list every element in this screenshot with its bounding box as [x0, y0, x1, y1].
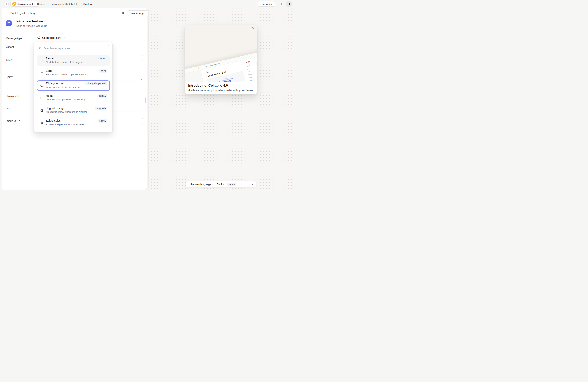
- git-branch-icon: [12, 2, 16, 6]
- toggle-left-panel-button[interactable]: [279, 1, 284, 6]
- variant-label: Variant: [6, 45, 14, 48]
- chevron-left-icon: [5, 3, 8, 5]
- collab-app-screenshot: ⚡ Favorites › Launch week H1 2025 Share …: [185, 47, 257, 82]
- preview-language-bar: Preview language English Default: [186, 181, 256, 188]
- panel-right-icon: [288, 2, 291, 5]
- preview-language-label: Preview language: [190, 183, 211, 186]
- guide-title: Intro new feature: [16, 20, 43, 23]
- item-title: Banner: [46, 57, 54, 60]
- toggle-right-panel-button[interactable]: [286, 1, 292, 7]
- item-description: An upgrade flow when use is blocked: [46, 110, 87, 113]
- dropdown-item-banner[interactable]: Banner Alert that sits on top of all pag…: [37, 55, 110, 66]
- item-title: Card: [46, 69, 52, 72]
- preview-card-subtitle: A whole new way to collaborate with your…: [188, 89, 253, 92]
- item-key-badge: changelog-card: [85, 82, 107, 85]
- item-key-badge: sales: [98, 119, 107, 123]
- message-type-value: Changelog card: [42, 36, 62, 39]
- item-key-badge: card: [99, 69, 107, 73]
- back-to-guide-settings-label: Back to guide settings: [10, 12, 36, 15]
- guide-subtitle: Send to Knock in-app guide: [16, 24, 47, 27]
- message-type-dropdown: Banner Alert that sits on top of all pag…: [34, 42, 113, 133]
- dropdown-item-changelog-card[interactable]: Changelog card Announcements in our side…: [37, 80, 110, 91]
- breadcrumb-guide-name[interactable]: Introducing Collab 4.0: [52, 2, 77, 5]
- top-bar: Development Guides Introducing Collab 4.…: [0, 0, 294, 8]
- language-value: English: [217, 183, 225, 186]
- environment-name: Development: [18, 2, 33, 5]
- dropdown-item-card[interactable]: Card Embedded UI within a page's layout …: [37, 68, 110, 78]
- arrow-left-icon: [5, 12, 8, 15]
- flag-icon: [40, 59, 43, 63]
- chevron-right-icon: [79, 3, 81, 5]
- message-type-label: Message type: [6, 37, 22, 40]
- guide-avatar: C: [6, 21, 12, 26]
- megaphone-icon: [37, 36, 41, 39]
- dismissible-label: Dismissible: [6, 95, 19, 97]
- close-icon: [252, 27, 254, 30]
- card-icon: [40, 72, 43, 75]
- search-input[interactable]: [43, 47, 107, 50]
- sales-queue-icon: [40, 121, 43, 125]
- chevron-right-icon: [47, 3, 49, 5]
- item-key-badge: upgrade: [95, 106, 107, 110]
- breadcrumb-content[interactable]: Content: [83, 2, 92, 5]
- preview-card: ⚡ Favorites › Launch week H1 2025 Share …: [185, 25, 257, 94]
- preview-close-button[interactable]: [251, 26, 256, 31]
- search-icon: [196, 68, 197, 69]
- item-description: Embedded UI within a page's layout: [46, 73, 86, 76]
- run-a-test-button[interactable]: Run a test: [258, 1, 275, 7]
- item-description: Alert that sits on top of all pages: [46, 61, 82, 64]
- environment-switcher[interactable]: Development: [10, 1, 39, 7]
- item-title: Talk to sales: [46, 119, 61, 122]
- preview-card-title: Introducing: Collab.io 4.0: [188, 84, 228, 87]
- body-field-label: Body*: [6, 75, 13, 78]
- upgrade-icon: [40, 109, 43, 112]
- title-field-label: Title*: [6, 59, 12, 62]
- preview-card-image: ⚡ Favorites › Launch week H1 2025 Share …: [185, 25, 257, 82]
- panel-left-icon: [280, 2, 283, 5]
- upload-icon: [225, 77, 227, 79]
- image-url-field-label: Image URL*: [6, 119, 20, 122]
- link-field-label: Link: [6, 107, 11, 110]
- dropdown-item-talk-to-sales[interactable]: Talk to sales A prompt to get in touch w…: [37, 118, 110, 128]
- item-title: Upgrade nudge: [46, 106, 64, 110]
- history-back-button[interactable]: [4, 2, 9, 6]
- modal-icon: [40, 96, 43, 100]
- breadcrumb-guides[interactable]: Guides: [37, 2, 45, 5]
- docs-button[interactable]: [120, 10, 126, 16]
- preview-panel: ⚡ Favorites › Launch week H1 2025 Share …: [148, 8, 293, 190]
- item-description: A prompt to get in touch with sales: [46, 123, 84, 126]
- breadcrumb: Guides Introducing Collab 4.0 Content: [37, 0, 92, 8]
- chevron-down-icon: [35, 3, 37, 5]
- item-title: Modal: [46, 94, 53, 97]
- chevron-down-icon: [251, 183, 253, 186]
- message-type-select[interactable]: Changelog card: [37, 36, 65, 39]
- book-open-icon: [121, 11, 124, 15]
- mini-status-badge: ✎ Draft: [256, 62, 257, 65]
- item-description: Announcements in our sidebar: [46, 85, 80, 88]
- item-key-badge: banner: [96, 57, 107, 60]
- message-type-search[interactable]: [37, 45, 109, 51]
- chevron-down-icon: [63, 37, 65, 39]
- resize-handle-icon[interactable]: [141, 79, 142, 80]
- back-to-guide-settings-link[interactable]: Back to guide settings: [5, 11, 36, 15]
- mini-breadcrumb-favorites: Favorites: [203, 65, 207, 68]
- item-key-badge: modal: [98, 94, 107, 98]
- megaphone-icon: [40, 84, 43, 87]
- dropdown-item-upgrade-nudge[interactable]: Upgrade nudge An upgrade flow when use i…: [37, 105, 110, 116]
- dropdown-item-modal[interactable]: Modal Pops-over the page with an overlay…: [37, 93, 110, 103]
- language-default-badge: Default: [227, 183, 236, 186]
- item-description: Pops-over the page with an overlay: [46, 98, 85, 101]
- panel-scrollbar[interactable]: [146, 97, 146, 103]
- section-divider: [2, 30, 147, 30]
- item-title: Changelog card: [46, 82, 65, 85]
- save-changes-button[interactable]: Save changes: [127, 10, 149, 16]
- rocket-icon: [206, 71, 209, 74]
- preview-language-select[interactable]: English Default: [215, 182, 255, 187]
- search-icon: [39, 47, 42, 50]
